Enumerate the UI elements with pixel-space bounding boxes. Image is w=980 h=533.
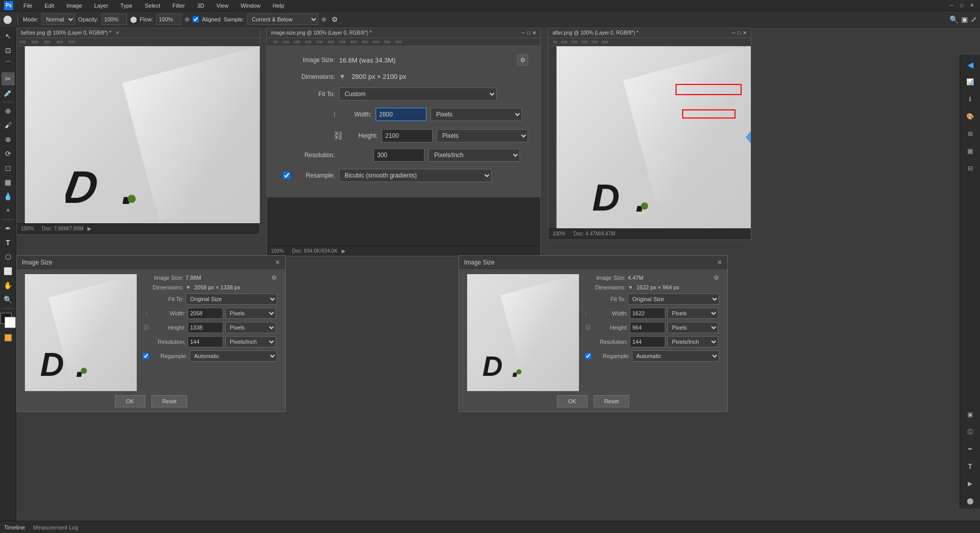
db-height-unit[interactable]: Pixels (225, 322, 276, 333)
opacity-input[interactable] (102, 14, 127, 25)
search-icon[interactable]: 🔍 (950, 15, 958, 23)
main-dim-arrow[interactable]: ▼ (339, 73, 346, 80)
maximize-btn[interactable]: □ (958, 2, 966, 10)
menu-help[interactable]: Help (271, 2, 287, 10)
da-res-input[interactable] (630, 336, 665, 347)
close-btn-app[interactable]: ✕ (968, 2, 976, 10)
db-fitto-select[interactable]: Original Size Custom (186, 293, 277, 305)
after-minimize[interactable]: ─ (732, 30, 736, 36)
center-minimize[interactable]: ─ (522, 30, 525, 36)
background-color[interactable] (5, 317, 16, 328)
db-height-input[interactable] (188, 322, 223, 333)
paths-icon[interactable]: ✒ (963, 441, 978, 457)
eyedropper-tool[interactable]: 💉 (2, 86, 15, 100)
layout-icon[interactable]: ▣ (961, 15, 968, 23)
aligned-checkbox[interactable] (193, 16, 199, 22)
text-tool[interactable]: T (2, 236, 15, 249)
dialog-after-ok[interactable]: OK (557, 395, 588, 407)
db-width-input[interactable] (188, 308, 223, 319)
dodge-tool[interactable]: ⚬ (2, 204, 15, 217)
da-fitto-select[interactable]: Original Size Custom (628, 293, 719, 305)
dialog-after-close[interactable]: ✕ (717, 259, 722, 266)
db-res-input[interactable] (188, 336, 223, 347)
da-height-unit[interactable]: Pixels (667, 322, 718, 333)
main-fitto-select[interactable]: Custom Original Size (339, 87, 497, 101)
color-icon[interactable]: 🎨 (963, 109, 978, 124)
type-icon[interactable]: T (963, 459, 978, 474)
stamp-tool[interactable]: ⊗ (2, 133, 15, 146)
center-maximize[interactable]: □ (527, 30, 530, 36)
main-resample-checkbox[interactable] (283, 172, 290, 179)
da-width-unit[interactable]: Pixels (667, 308, 718, 319)
actions-icon[interactable]: ▶ (963, 476, 978, 491)
select-tool[interactable]: ⊡ (2, 44, 15, 57)
menu-select[interactable]: Select (143, 2, 163, 10)
da-dim-arrow[interactable]: ▼ (628, 284, 633, 290)
crop-tool[interactable]: ✂ (2, 72, 15, 85)
db-dim-arrow[interactable]: ▼ (186, 284, 191, 290)
dialog-after-reset[interactable]: Reset (594, 395, 630, 407)
history-tool[interactable]: ⟳ (2, 147, 15, 160)
da-resample-select[interactable]: Automatic (632, 350, 719, 362)
after-close[interactable]: ✕ (743, 30, 747, 36)
dialog-before-ok[interactable]: OK (115, 395, 145, 407)
main-width-unit[interactable]: Pixels Percent Inches (431, 108, 522, 121)
main-res-unit[interactable]: Pixels/Inch Pixels/cm (428, 149, 520, 162)
dialog-before-reset[interactable]: Reset (151, 395, 188, 407)
menu-file[interactable]: File (21, 2, 35, 10)
db-resample-select[interactable]: Automatic (190, 350, 277, 362)
swatches-icon[interactable]: ⊞ (963, 126, 978, 141)
da-height-input[interactable] (630, 322, 665, 333)
menu-layer[interactable]: Layer (92, 2, 110, 10)
gradients-icon[interactable]: ▦ (963, 143, 978, 159)
expand-icon[interactable]: ⤢ (971, 15, 977, 23)
da-gear[interactable]: ⚙ (714, 274, 719, 281)
menu-3d[interactable]: 3D (195, 2, 206, 10)
db-width-unit[interactable]: Pixels (225, 308, 276, 319)
db-gear[interactable]: ⚙ (271, 274, 277, 281)
main-width-input[interactable] (376, 108, 426, 121)
main-resample-select[interactable]: Bicubic (smooth gradients) Automatic Pre… (339, 169, 492, 182)
timeline-tab[interactable]: Timeline (4, 524, 25, 530)
da-width-input[interactable] (630, 308, 665, 319)
healing-tool[interactable]: ⊕ (2, 104, 15, 117)
aligned-checkbox-label[interactable]: Aligned (193, 16, 221, 22)
eraser-tool[interactable]: ◻ (2, 161, 15, 174)
zoom-tool[interactable]: 🔍 (2, 293, 15, 306)
info-toggle[interactable]: ◀ (963, 57, 978, 72)
path-tool[interactable]: ⬡ (2, 250, 15, 263)
da-resample-checkbox[interactable] (585, 353, 591, 359)
main-height-input[interactable] (382, 129, 433, 142)
db-resample-checkbox[interactable] (143, 353, 149, 359)
menu-edit[interactable]: Edit (43, 2, 56, 10)
lasso-tool[interactable]: ⌒ (2, 58, 15, 71)
minimize-btn[interactable]: ─ (947, 2, 956, 10)
menu-window[interactable]: Window (238, 2, 262, 10)
gradient-tool[interactable]: ▦ (2, 175, 15, 189)
main-res-input[interactable] (374, 149, 424, 162)
move-tool[interactable]: ↖ (2, 29, 15, 43)
brush-presets-icon[interactable]: ⬤ (963, 493, 978, 509)
dialog-before-close[interactable]: ✕ (275, 259, 280, 266)
before-arrow[interactable]: ▶ (87, 226, 91, 231)
mode-select[interactable]: Normal (42, 14, 75, 25)
menu-image[interactable]: Image (65, 2, 84, 10)
flow-input[interactable] (156, 14, 181, 25)
pen-tool[interactable]: ✒ (2, 222, 15, 235)
da-res-unit[interactable]: Pixels/Inch (667, 336, 718, 347)
histogram-icon[interactable]: 📊 (963, 74, 978, 90)
hand-tool[interactable]: ✋ (2, 279, 15, 292)
after-maximize[interactable]: □ (738, 30, 741, 36)
blur-tool[interactable]: 💧 (2, 190, 15, 203)
main-gear-btn[interactable]: ⚙ (517, 54, 528, 66)
brush-tool[interactable]: 🖌 (2, 119, 15, 132)
menu-view[interactable]: View (215, 2, 231, 10)
channels-icon[interactable]: Ⓒ (963, 424, 978, 439)
sample-select[interactable]: Current & Below (247, 14, 318, 25)
settings-icon[interactable]: ⚙ (331, 15, 338, 23)
patterns-icon[interactable]: ⊟ (963, 161, 978, 176)
info-icon[interactable]: ℹ (963, 92, 978, 107)
center-close[interactable]: ✕ (532, 30, 536, 36)
shape-tool[interactable]: ⬜ (2, 264, 15, 278)
before-tab-close[interactable]: ✕ (115, 30, 119, 36)
